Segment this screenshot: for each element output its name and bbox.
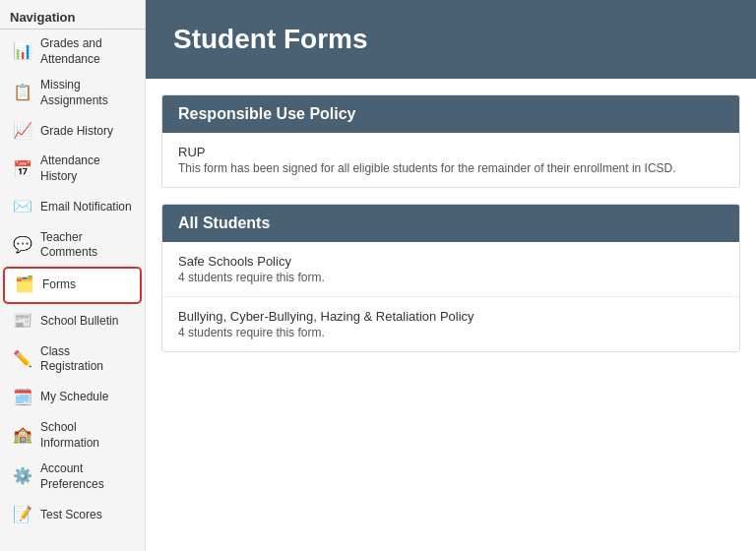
nav-icon-school-bulletin: 📰 — [11, 310, 34, 334]
nav-icon-forms: 🗂️ — [13, 274, 36, 297]
nav-label-forms: Forms — [42, 277, 76, 293]
form-item: RUP This form has been signed for all el… — [162, 133, 739, 187]
nav-icon-teacher-comments: 💬 — [11, 233, 34, 257]
form-item: Safe Schools Policy 4 students require t… — [162, 242, 739, 297]
nav-icon-account-preferences: ⚙️ — [11, 465, 34, 489]
nav-icon-grades-attendance: 📊 — [11, 40, 34, 64]
sidebar-item-account-preferences[interactable]: ⚙️ Account Preferences — [3, 457, 142, 497]
form-item-title: RUP — [178, 145, 724, 159]
nav-label-attendance-history: Attendance History — [40, 153, 134, 184]
nav-label-class-registration: Class Registration — [40, 344, 134, 375]
form-item-desc: This form has been signed for all eligib… — [178, 161, 724, 175]
sidebar-title: Navigation — [0, 4, 145, 30]
form-item-title: Safe Schools Policy — [178, 254, 724, 269]
sidebar-item-class-registration[interactable]: ✏️ Class Registration — [3, 339, 142, 380]
nav-label-missing-assignments: Missing Assignments — [40, 78, 134, 108]
section-header-all-students: All Students — [162, 205, 739, 242]
form-item-desc: 4 students require this form. — [178, 271, 724, 284]
nav-label-test-scores: Test Scores — [40, 508, 102, 523]
form-item: Bullying, Cyber-Bullying, Hazing & Retal… — [162, 297, 739, 351]
nav-label-school-information: School Information — [40, 420, 134, 451]
section-responsible-use-policy: Responsible Use Policy RUP This form has… — [161, 94, 740, 188]
page-header: Student Forms — [146, 0, 756, 79]
section-title-responsible-use-policy: Responsible Use Policy — [178, 105, 724, 123]
nav-icon-missing-assignments: 📋 — [11, 82, 34, 105]
sidebar-item-missing-assignments[interactable]: 📋 Missing Assignments — [3, 73, 142, 113]
page-title: Student Forms — [173, 24, 728, 55]
sidebar-item-attendance-history[interactable]: 📅 Attendance History — [3, 149, 142, 189]
nav-label-grades-attendance: Grades and Attendance — [40, 36, 134, 67]
sidebar-item-email-notification[interactable]: ✉️ Email Notification — [3, 191, 142, 224]
nav-label-my-schedule: My Schedule — [40, 390, 108, 405]
section-title-all-students: All Students — [178, 214, 724, 232]
nav-label-grade-history: Grade History — [40, 124, 113, 140]
nav-icon-attendance-history: 📅 — [11, 157, 34, 181]
nav-icon-my-schedule: 🗓️ — [11, 386, 34, 409]
sidebar-item-test-scores[interactable]: 📝 Test Scores — [3, 498, 142, 531]
section-all-students: All Students Safe Schools Policy 4 stude… — [161, 204, 740, 352]
sidebar-item-forms[interactable]: 🗂️ Forms — [3, 267, 142, 304]
sidebar-item-teacher-comments[interactable]: 💬 Teacher Comments — [3, 225, 142, 266]
nav-label-teacher-comments: Teacher Comments — [40, 230, 134, 261]
sidebar-item-school-information[interactable]: 🏫 School Information — [3, 415, 142, 456]
sidebar: Navigation 📊 Grades and Attendance 📋 Mis… — [0, 0, 146, 551]
nav-label-account-preferences: Account Preferences — [40, 461, 134, 492]
nav-label-email-notification: Email Notification — [40, 200, 132, 215]
section-body-all-students: Safe Schools Policy 4 students require t… — [162, 242, 739, 351]
nav-icon-grade-history: 📈 — [11, 119, 34, 143]
form-item-desc: 4 students require this form. — [178, 326, 724, 339]
section-header-responsible-use-policy: Responsible Use Policy — [162, 95, 739, 133]
sidebar-item-my-schedule[interactable]: 🗓️ My Schedule — [3, 381, 142, 414]
section-body-responsible-use-policy: RUP This form has been signed for all el… — [162, 133, 739, 187]
main-content: Student Forms Responsible Use Policy RUP… — [146, 0, 756, 551]
nav-icon-test-scores: 📝 — [11, 503, 34, 526]
sidebar-item-school-bulletin[interactable]: 📰 School Bulletin — [3, 305, 142, 338]
nav-icon-email-notification: ✉️ — [11, 196, 34, 219]
nav-icon-school-information: 🏫 — [11, 424, 34, 448]
nav-label-school-bulletin: School Bulletin — [40, 314, 118, 330]
nav-icon-class-registration: ✏️ — [11, 347, 34, 371]
sidebar-item-grade-history[interactable]: 📈 Grade History — [3, 114, 142, 148]
form-item-title: Bullying, Cyber-Bullying, Hazing & Retal… — [178, 309, 724, 324]
sidebar-item-grades-attendance[interactable]: 📊 Grades and Attendance — [3, 31, 142, 72]
